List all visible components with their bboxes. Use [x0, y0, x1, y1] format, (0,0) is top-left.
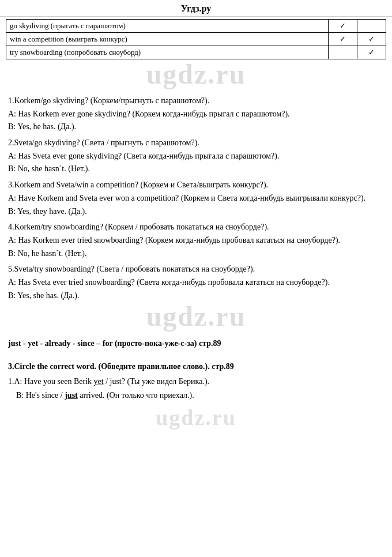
dialogue-2-b: B: No, she hasn`t. (Нет.). — [8, 163, 384, 175]
sveta-check: ✓ — [357, 46, 386, 59]
watermark-1: ugdz.ru — [0, 61, 392, 88]
table-row: go skydiving (прыгать с парашютом) ✓ — [6, 20, 386, 33]
site-title: Угдз.ру — [181, 3, 211, 13]
circle-title-text: 3.Circle the correct word. (Обведите пра… — [8, 362, 234, 371]
dialogue-2-a: A: Has Sveta ever gone skydiving? (Света… — [8, 150, 384, 163]
dialogue-1-b: B: Yes, he has. (Да.). — [8, 121, 384, 133]
activity-cell: win a competition (выиграть конкурс) — [6, 33, 329, 46]
circle-item-1-b: B: He's since / just arrived. (Он только… — [16, 389, 384, 402]
dialogue-5-question: 5.Sveta/try snowboarding? (Света / пробо… — [8, 263, 384, 276]
dialogue-3-a: A: Have Korkem and Sveta ever won a comp… — [8, 192, 384, 205]
dialogue-1-question: 1.Korkem/go skydiving? (Коркем/прыгнуть … — [8, 95, 384, 107]
underline-yet: yet — [94, 377, 104, 386]
korkem-check — [329, 46, 357, 59]
dialogue-5-b: B: Yes, she has. (Да.). — [8, 289, 384, 302]
activity-table: go skydiving (прыгать с парашютом) ✓ win… — [6, 19, 386, 59]
table-section: go skydiving (прыгать с парашютом) ✓ win… — [0, 17, 392, 59]
activity-cell: try snowboarding (попробовать сноуборд) — [6, 46, 329, 59]
activity-cell: go skydiving (прыгать с парашютом) — [6, 20, 329, 33]
watermark-2: ugdz.ru — [0, 303, 392, 330]
dialogue-4-a: A: Has Korkem ever tried snowboarding? (… — [8, 234, 384, 247]
circle-section-title: 3.Circle the correct word. (Обведите пра… — [8, 360, 384, 373]
dialogue-4-b: B: No, he hasn`t. (Нет.). — [8, 247, 384, 260]
korkem-check: ✓ — [329, 33, 357, 46]
dialogue-5-a: A: Has Sveta ever tried snowboarding? (С… — [8, 276, 384, 289]
page-header: Угдз.ру — [0, 0, 392, 17]
watermark-3: ugdz.ru — [0, 407, 392, 428]
sveta-check: ✓ — [357, 33, 386, 46]
underline-just: just — [65, 391, 78, 400]
dialogue-3-b: B: Yes, they have. (Да.). — [8, 205, 384, 218]
bold-section: just - yet - already - since – for (прос… — [0, 335, 392, 350]
table-row: try snowboarding (попробовать сноуборд) … — [6, 46, 386, 59]
dialogue-3-question: 3.Korkem and Sveta/win a competition? (К… — [8, 179, 384, 191]
content-section: 1.Korkem/go skydiving? (Коркем/прыгнуть … — [0, 89, 392, 302]
dialogue-1-a: A: Has Korkem ever gone skydiving? (Корк… — [8, 108, 384, 121]
circle-section: 3.Circle the correct word. (Обведите пра… — [0, 351, 392, 402]
table-row: win a competition (выиграть конкурс) ✓ ✓ — [6, 33, 386, 46]
korkem-check: ✓ — [329, 20, 357, 33]
sveta-check — [357, 20, 386, 33]
bold-line-text: just - yet - already - since – for (прос… — [8, 339, 221, 348]
dialogue-2-question: 2.Sveta/go skydiving? (Света / прыгнуть … — [8, 137, 384, 149]
dialogue-4-question: 4.Korkem/try snowboarding? (Коркем / про… — [8, 221, 384, 234]
circle-item-1: 1.A: Have you seen Berik yet / just? (Ты… — [8, 375, 384, 388]
